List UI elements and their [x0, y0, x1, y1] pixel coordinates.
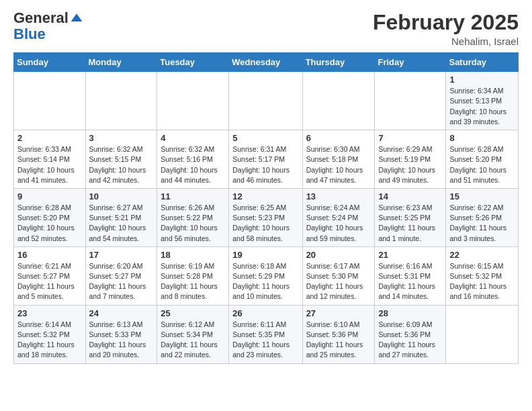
header-monday: Monday — [85, 53, 157, 72]
header-wednesday: Wednesday — [229, 53, 302, 72]
calendar-cell: 18Sunrise: 6:19 AM Sunset: 5:28 PM Dayli… — [157, 246, 229, 305]
day-number: 24 — [89, 308, 154, 318]
week-row-4: 23Sunrise: 6:14 AM Sunset: 5:32 PM Dayli… — [14, 305, 519, 363]
day-number: 25 — [161, 308, 225, 318]
day-number: 14 — [378, 191, 442, 201]
calendar-cell: 7Sunrise: 6:29 AM Sunset: 5:19 PM Daylig… — [375, 130, 446, 189]
calendar-cell: 10Sunrise: 6:27 AM Sunset: 5:21 PM Dayli… — [85, 188, 157, 246]
calendar-cell: 16Sunrise: 6:21 AM Sunset: 5:27 PM Dayli… — [14, 246, 86, 305]
calendar-cell: 19Sunrise: 6:18 AM Sunset: 5:29 PM Dayli… — [229, 246, 302, 305]
day-info: Sunrise: 6:19 AM Sunset: 5:28 PM Dayligh… — [161, 261, 225, 302]
day-info: Sunrise: 6:28 AM Sunset: 5:20 PM Dayligh… — [17, 203, 82, 244]
day-info: Sunrise: 6:24 AM Sunset: 5:24 PM Dayligh… — [306, 203, 371, 244]
header-thursday: Thursday — [302, 53, 375, 72]
svg-marker-0 — [71, 13, 83, 21]
day-number: 1 — [449, 75, 515, 85]
header: General Blue February 2025 Nehalim, Isra… — [13, 11, 519, 47]
day-info: Sunrise: 6:21 AM Sunset: 5:27 PM Dayligh… — [17, 261, 82, 302]
day-number: 3 — [89, 133, 154, 143]
calendar-cell — [375, 72, 446, 130]
calendar-cell: 21Sunrise: 6:16 AM Sunset: 5:31 PM Dayli… — [375, 246, 446, 305]
day-number: 2 — [17, 133, 82, 143]
logo-general-text: General — [13, 11, 69, 26]
calendar-cell: 3Sunrise: 6:32 AM Sunset: 5:15 PM Daylig… — [85, 130, 157, 189]
day-info: Sunrise: 6:10 AM Sunset: 5:36 PM Dayligh… — [306, 320, 371, 361]
day-info: Sunrise: 6:18 AM Sunset: 5:29 PM Dayligh… — [232, 261, 298, 302]
calendar-cell: 15Sunrise: 6:22 AM Sunset: 5:26 PM Dayli… — [446, 188, 519, 246]
calendar-cell: 25Sunrise: 6:12 AM Sunset: 5:34 PM Dayli… — [157, 305, 229, 363]
calendar-cell: 4Sunrise: 6:32 AM Sunset: 5:16 PM Daylig… — [157, 130, 229, 189]
week-row-2: 9Sunrise: 6:28 AM Sunset: 5:20 PM Daylig… — [14, 188, 519, 246]
day-info: Sunrise: 6:25 AM Sunset: 5:23 PM Dayligh… — [232, 203, 298, 244]
calendar-cell: 11Sunrise: 6:26 AM Sunset: 5:22 PM Dayli… — [157, 188, 229, 246]
day-number: 11 — [161, 191, 225, 201]
calendar-cell: 12Sunrise: 6:25 AM Sunset: 5:23 PM Dayli… — [229, 188, 302, 246]
calendar-cell — [446, 305, 519, 363]
calendar-cell: 2Sunrise: 6:33 AM Sunset: 5:14 PM Daylig… — [14, 130, 86, 189]
logo-icon — [70, 11, 83, 25]
calendar-cell — [302, 72, 375, 130]
calendar-cell: 22Sunrise: 6:15 AM Sunset: 5:32 PM Dayli… — [446, 246, 519, 305]
calendar-header-row: SundayMondayTuesdayWednesdayThursdayFrid… — [14, 53, 519, 72]
day-info: Sunrise: 6:16 AM Sunset: 5:31 PM Dayligh… — [378, 261, 442, 302]
day-info: Sunrise: 6:32 AM Sunset: 5:16 PM Dayligh… — [161, 144, 225, 185]
calendar-cell: 1Sunrise: 6:34 AM Sunset: 5:13 PM Daylig… — [446, 72, 519, 130]
logo-blue-text: Blue — [13, 26, 46, 42]
day-number: 4 — [161, 133, 225, 143]
day-number: 21 — [378, 250, 442, 260]
day-number: 7 — [378, 133, 442, 143]
calendar-cell: 28Sunrise: 6:09 AM Sunset: 5:36 PM Dayli… — [375, 305, 446, 363]
calendar-cell: 14Sunrise: 6:23 AM Sunset: 5:25 PM Dayli… — [375, 188, 446, 246]
calendar-cell: 24Sunrise: 6:13 AM Sunset: 5:33 PM Dayli… — [85, 305, 157, 363]
day-info: Sunrise: 6:13 AM Sunset: 5:33 PM Dayligh… — [89, 320, 154, 361]
calendar-cell: 23Sunrise: 6:14 AM Sunset: 5:32 PM Dayli… — [14, 305, 86, 363]
calendar-cell: 8Sunrise: 6:28 AM Sunset: 5:20 PM Daylig… — [446, 130, 519, 189]
day-info: Sunrise: 6:34 AM Sunset: 5:13 PM Dayligh… — [449, 86, 515, 127]
day-info: Sunrise: 6:23 AM Sunset: 5:25 PM Dayligh… — [378, 203, 442, 244]
day-info: Sunrise: 6:33 AM Sunset: 5:14 PM Dayligh… — [17, 144, 82, 185]
day-info: Sunrise: 6:28 AM Sunset: 5:20 PM Dayligh… — [449, 144, 515, 185]
calendar-cell — [157, 72, 229, 130]
day-number: 18 — [161, 250, 225, 260]
day-info: Sunrise: 6:15 AM Sunset: 5:32 PM Dayligh… — [449, 261, 515, 302]
day-info: Sunrise: 6:26 AM Sunset: 5:22 PM Dayligh… — [161, 203, 225, 244]
calendar-cell: 27Sunrise: 6:10 AM Sunset: 5:36 PM Dayli… — [302, 305, 375, 363]
calendar-cell: 20Sunrise: 6:17 AM Sunset: 5:30 PM Dayli… — [302, 246, 375, 305]
day-number: 17 — [89, 250, 154, 260]
header-tuesday: Tuesday — [157, 53, 229, 72]
week-row-0: 1Sunrise: 6:34 AM Sunset: 5:13 PM Daylig… — [14, 72, 519, 130]
day-info: Sunrise: 6:27 AM Sunset: 5:21 PM Dayligh… — [89, 203, 154, 244]
day-number: 20 — [306, 250, 371, 260]
day-info: Sunrise: 6:12 AM Sunset: 5:34 PM Dayligh… — [161, 320, 225, 361]
day-info: Sunrise: 6:20 AM Sunset: 5:27 PM Dayligh… — [89, 261, 154, 302]
calendar-cell: 26Sunrise: 6:11 AM Sunset: 5:35 PM Dayli… — [229, 305, 302, 363]
day-info: Sunrise: 6:14 AM Sunset: 5:32 PM Dayligh… — [17, 320, 82, 361]
day-number: 23 — [17, 308, 82, 318]
day-info: Sunrise: 6:09 AM Sunset: 5:36 PM Dayligh… — [378, 320, 442, 361]
day-number: 8 — [449, 133, 515, 143]
day-number: 16 — [17, 250, 82, 260]
calendar-cell: 5Sunrise: 6:31 AM Sunset: 5:17 PM Daylig… — [229, 130, 302, 189]
day-number: 19 — [232, 250, 298, 260]
day-number: 22 — [449, 250, 515, 260]
header-friday: Friday — [375, 53, 446, 72]
header-saturday: Saturday — [446, 53, 519, 72]
location: Nehalim, Israel — [373, 36, 519, 47]
title-block: February 2025 Nehalim, Israel — [373, 11, 519, 47]
day-number: 13 — [306, 191, 371, 201]
day-info: Sunrise: 6:31 AM Sunset: 5:17 PM Dayligh… — [232, 144, 298, 185]
calendar-cell — [229, 72, 302, 130]
day-number: 9 — [17, 191, 82, 201]
day-info: Sunrise: 6:17 AM Sunset: 5:30 PM Dayligh… — [306, 261, 371, 302]
calendar-cell — [85, 72, 157, 130]
day-number: 12 — [232, 191, 298, 201]
day-number: 15 — [449, 191, 515, 201]
calendar-cell: 17Sunrise: 6:20 AM Sunset: 5:27 PM Dayli… — [85, 246, 157, 305]
calendar-cell — [14, 72, 86, 130]
day-number: 27 — [306, 308, 371, 318]
week-row-1: 2Sunrise: 6:33 AM Sunset: 5:14 PM Daylig… — [14, 130, 519, 189]
calendar-cell: 6Sunrise: 6:30 AM Sunset: 5:18 PM Daylig… — [302, 130, 375, 189]
page: General Blue February 2025 Nehalim, Isra… — [0, 0, 532, 411]
calendar-table: SundayMondayTuesdayWednesdayThursdayFrid… — [13, 52, 519, 363]
logo: General Blue — [13, 11, 83, 43]
